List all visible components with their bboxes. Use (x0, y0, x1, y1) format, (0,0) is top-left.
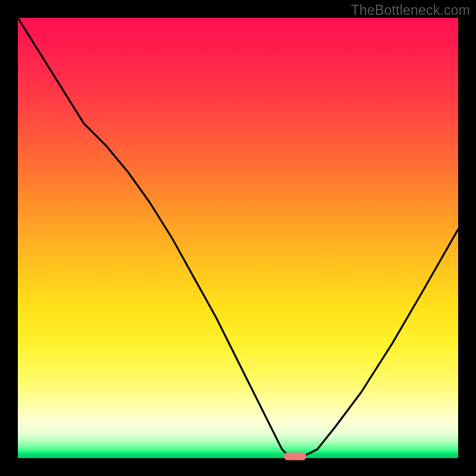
optimum-marker (284, 453, 306, 461)
bottleneck-curve (18, 18, 458, 458)
watermark-text: TheBottleneck.com (351, 2, 470, 18)
plot-area (18, 18, 458, 458)
chart-frame: TheBottleneck.com (0, 0, 476, 476)
